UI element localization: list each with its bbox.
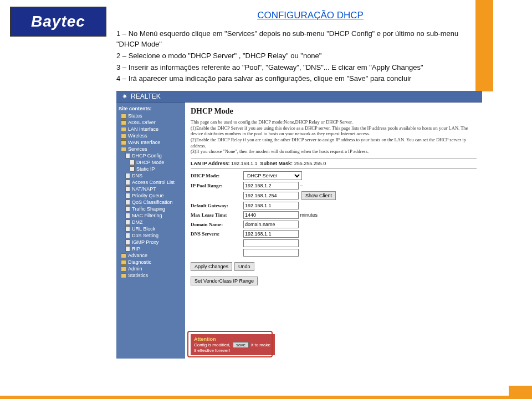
ip-pool-label: IP Pool Range: (191, 183, 243, 188)
nav-item[interactable]: ADSL Driver (119, 119, 185, 126)
logo: Baytec (10, 7, 106, 37)
dns-input-2[interactable] (243, 239, 299, 247)
nav-item-label: MAC Filtering (132, 213, 162, 218)
realtek-logo-icon: ✷ (122, 93, 127, 100)
nav-item-label: IGMP Proxy (132, 239, 158, 245)
lan-ip-label: LAN IP Address: (191, 161, 230, 166)
nav-item[interactable]: DNS (119, 172, 185, 179)
show-client-button[interactable]: Show Client (301, 191, 336, 200)
nav-item[interactable]: DHCP Config (119, 152, 185, 159)
folder-icon (121, 147, 126, 152)
page-icon (125, 206, 130, 212)
folder-icon (121, 273, 126, 278)
nav-item-label: Status (128, 113, 142, 119)
lease-input[interactable] (243, 211, 299, 219)
folder-icon (121, 140, 126, 145)
nav-item-label: DNS (132, 173, 142, 178)
content-area: CONFIGURAÇÃO DHCP 1 – No Menú esquerdo c… (116, 10, 504, 359)
page-icon (125, 193, 130, 198)
folder-icon (121, 127, 126, 132)
nav-item[interactable]: MAC Filtering (119, 212, 185, 219)
page-icon (130, 160, 135, 165)
nav-item-label: Advance (128, 253, 147, 258)
pool-end-input[interactable] (243, 192, 299, 200)
instruction-line-2: 2 – Selecione o modo "DHCP Server" , "DH… (116, 51, 471, 62)
nav-item[interactable]: NAT/NAPT (119, 186, 185, 192)
page-icon (125, 180, 130, 185)
nav-item-label: Traffic Shaping (132, 206, 165, 212)
dhcp-mode-select[interactable]: DHCP Server (243, 171, 302, 180)
nav-item[interactable]: Advance (119, 252, 185, 259)
router-header: ✷ REALTEK (116, 91, 482, 103)
router-brand: REALTEK (131, 93, 161, 100)
folder-icon (121, 114, 126, 119)
nav-item[interactable]: DMZ (119, 219, 185, 226)
dhcp-mode-label: DHCP Mode: (191, 173, 243, 178)
dns-input-3[interactable] (243, 249, 299, 257)
instruction-line-1: 1 – No Menú esquerdo clique em "Services… (116, 29, 471, 50)
router-description: This page can be used to config the DHCP… (191, 119, 477, 155)
nav-item-label: WAN Interface (128, 140, 160, 145)
folder-icon (121, 253, 126, 258)
instruction-line-4: 4 – Irá aparecer uma indicação para salv… (116, 74, 471, 84)
nav-item[interactable]: DoS Setting (119, 232, 185, 239)
bottom-decorative-bar (0, 396, 532, 399)
nav-item[interactable]: RIP (119, 245, 185, 252)
nav-item[interactable]: Status (119, 112, 185, 119)
domain-input[interactable] (243, 221, 299, 228)
nav-item[interactable]: Static IP (119, 166, 185, 172)
folder-icon (121, 134, 126, 139)
page-icon (125, 219, 130, 225)
lan-info-row: LAN IP Address: 192.168.1.1 Subnet Mask:… (191, 161, 477, 166)
nav-item-label: DoS Setting (132, 233, 158, 238)
nav-item[interactable]: URL Block (119, 226, 185, 232)
nav-item-label: Diagnostic (128, 259, 151, 265)
nav-item[interactable]: LAN Interface (119, 126, 185, 132)
nav-item-label: RIP (132, 246, 140, 252)
page-icon (125, 239, 130, 245)
nav-item[interactable]: Admin (119, 265, 185, 272)
nav-item[interactable]: QoS Classification (119, 199, 185, 206)
nav-item[interactable]: Priority Queue (119, 192, 185, 199)
nav-item-label: Access Control List (132, 180, 175, 185)
nav-item[interactable]: Wireless (119, 132, 185, 139)
nav-item-label: Priority Queue (132, 193, 164, 198)
router-main: DHCP Mode This page can be used to confi… (185, 103, 482, 359)
nav-item-label: ADSL Driver (128, 120, 156, 125)
nav-item-label: DMZ (132, 219, 143, 225)
instructions-block: 1 – No Menú esquerdo clique em "Services… (116, 29, 471, 84)
page-icon (125, 226, 130, 232)
lease-unit: minutes (300, 212, 318, 218)
dns-input-1[interactable] (243, 230, 299, 238)
router-screenshot: ✷ REALTEK Site contents: StatusADSL Driv… (116, 91, 482, 359)
page-icon (125, 213, 130, 218)
attention-text-1: Config is modified, (194, 342, 231, 347)
apply-changes-button[interactable]: Apply Changes (191, 262, 232, 271)
page-icon (130, 166, 135, 172)
router-nav: Site contents: StatusADSL DriverLAN Inte… (116, 103, 185, 359)
nav-item[interactable]: Access Control List (119, 179, 185, 186)
nav-item-label: LAN Interface (128, 126, 158, 132)
nav-item[interactable]: Diagnostic (119, 259, 185, 265)
vendor-class-button[interactable]: Set VendorClass IP Range (191, 277, 258, 285)
nav-heading: Site contents: (119, 105, 185, 112)
undo-button[interactable]: Undo (234, 262, 254, 271)
nav-item-label: Static IP (136, 166, 155, 172)
nav-item[interactable]: Traffic Shaping (119, 206, 185, 212)
dns-label: DNS Servers: (191, 231, 243, 237)
nav-item[interactable]: Statistics (119, 272, 185, 279)
gateway-label: Default Gateway: (191, 203, 243, 208)
folder-icon (121, 267, 126, 272)
nav-item-label: Services (128, 146, 147, 152)
pool-separator: – (300, 183, 303, 188)
nav-item[interactable]: DHCP Mode (119, 159, 185, 166)
nav-item[interactable]: WAN Interface (119, 139, 185, 146)
pool-start-input[interactable] (243, 182, 299, 190)
save-button[interactable]: save (233, 342, 249, 348)
nav-item[interactable]: Services (119, 146, 185, 152)
nav-item[interactable]: IGMP Proxy (119, 239, 185, 245)
divider (191, 158, 477, 158)
nav-item-label: QoS Classification (132, 200, 173, 205)
gateway-input[interactable] (243, 202, 299, 209)
divider (191, 168, 477, 169)
